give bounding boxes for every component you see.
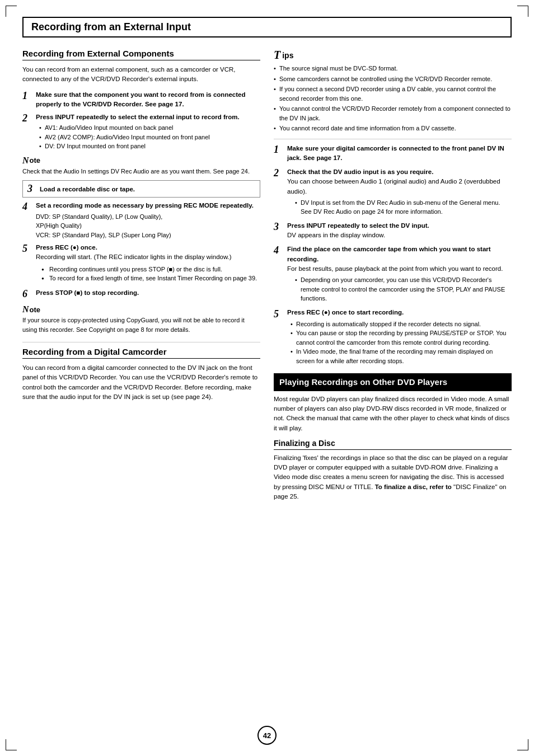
step5-text: Recording will start. (The REC indicator… (36, 253, 232, 260)
note1-box: N ote Check that the Audio In settings D… (22, 156, 260, 176)
step2-sub3: DV: DV Input mounted on front panel (39, 142, 260, 151)
step4-content: Set a recording mode as necessary by pre… (36, 201, 260, 240)
page-number: 42 (257, 726, 277, 745)
finalizing-text2-bold: To finalize a disc, refer to (375, 483, 452, 490)
divider (22, 342, 260, 342)
step5-num: 5 (22, 243, 34, 255)
r-step3-text: DV appears in the display window. (287, 232, 385, 238)
r-step4-sub: Depending on your camcorder, you can use… (287, 275, 512, 303)
step4: 4 Set a recording mode as necessary by p… (22, 201, 260, 240)
section2-title: Recording from a Digital Camcorder (22, 347, 260, 359)
r-step4-bold: Find the place on the camcorder tape fro… (287, 246, 491, 262)
step1: 1 Make sure that the component you want … (22, 90, 260, 110)
r-step3-content: Press INPUT repeatedly to select the DV … (287, 221, 429, 241)
step2-sub2: AV2 (AV2 COMP): Audio/Video Input mounte… (39, 133, 260, 142)
note1-title-text: ote (30, 156, 41, 165)
r-step2-sub: DV Input is set from the DV Rec Audio in… (287, 198, 512, 217)
r-step3-num: 3 (274, 221, 285, 233)
r-step2-num: 2 (274, 167, 285, 180)
r-step5: 5 Press REC (●) once to start recording.… (274, 308, 512, 366)
finalizing-title: Finalizing a Disc (274, 439, 512, 450)
r-step4-content: Find the place on the camcorder tape fro… (287, 245, 512, 303)
r-step1-content: Make sure your digital camcorder is conn… (287, 144, 512, 163)
tips-box: T ips The source signal must be DVC-SD f… (274, 49, 512, 133)
page-num-text: 42 (263, 731, 271, 740)
step4-line2: XP(High Quality) (36, 221, 260, 231)
step5-bullet1: Recording continues until you press STOP… (41, 265, 260, 274)
r-step4: 4 Find the place on the camcorder tape f… (274, 245, 512, 303)
step2-bold: Press INPUT repeatedly to select the ext… (36, 114, 240, 120)
corner-mark-bl (6, 739, 17, 750)
note2-title: N ote (22, 304, 260, 314)
step4-line3: VCR: SP (Standard Play), SLP (Super Long… (36, 231, 260, 240)
step2-sub1: AV1: Audio/Video Input mounted on back p… (39, 123, 260, 133)
main-title-box: Recording from an External Input (22, 17, 512, 37)
step6-bold: Press STOP (■) to stop recording. (36, 289, 139, 296)
r-step4-num: 4 (274, 245, 285, 257)
step4-line1: DVD: SP (Standard Quality), LP (Low Qual… (36, 212, 260, 222)
note1-title: N ote (22, 156, 260, 166)
step1-num: 1 (22, 90, 34, 102)
r-step1-num: 1 (274, 144, 285, 156)
dvd-section-title: Playing Recordings on Other DVD Players (274, 373, 512, 391)
tips-t-icon: T (274, 49, 280, 62)
step5-content: Press REC (●) once. Recording will start… (36, 243, 260, 285)
tips-title: T ips (274, 49, 512, 62)
step5-bold: Press REC (●) once. (36, 244, 97, 251)
r-step2: 2 Check that the DV audio input is as yo… (274, 167, 512, 217)
step6-content: Press STOP (■) to stop recording. (36, 288, 260, 298)
r-step2-sub1: DV Input is set from the DV Rec Audio in… (295, 198, 512, 217)
right-divider (274, 139, 512, 139)
r-step3: 3 Press INPUT repeatedly to select the D… (274, 221, 512, 241)
step5-bullet2: To record for a fixed length of time, se… (41, 274, 260, 283)
r-step2-content: Check that the DV audio input is as you … (287, 167, 512, 217)
section1-title: Recording from External Components (22, 49, 260, 60)
note2-text: If your source is copy-protected using C… (22, 316, 260, 334)
step5: 5 Press REC (●) once. Recording will sta… (22, 243, 260, 285)
corner-mark-tr (517, 6, 528, 17)
tips-list: The source signal must be DVC-SD format.… (274, 64, 512, 133)
r-step3-bold: Press INPUT repeatedly to select the DV … (287, 222, 429, 229)
tip1: The source signal must be DVC-SD format. (274, 64, 512, 73)
step5-bullets: Recording continues until you press STOP… (36, 265, 260, 283)
step3-load: 3 Load a recordable disc or tape. (22, 180, 260, 198)
step6: 6 Press STOP (■) to stop recording. (22, 288, 260, 300)
note1-n-icon: N (22, 156, 29, 166)
dvd-section-text: Most regular DVD players can play finali… (274, 395, 512, 433)
corner-mark-tl (6, 6, 17, 17)
r-step2-bold: Check that the DV audio input is as you … (287, 168, 433, 175)
r-step4-text: For best results, pause playback at the … (287, 265, 503, 272)
step3-text: Load a recordable disc or tape. (40, 186, 135, 192)
section2-intro: You can record from a digital camcorder … (22, 363, 260, 402)
step2: 2 Press INPUT repeatedly to select the e… (22, 112, 260, 151)
r-step5-num: 5 (274, 308, 285, 321)
r-step5-b1: Recording is automatically stopped if th… (291, 320, 512, 329)
note1-text: Check that the Audio In settings DV Rec … (22, 167, 260, 176)
step4-num: 4 (22, 201, 34, 213)
r-step2-text: You can choose between Audio 1 (original… (287, 178, 500, 194)
section1-intro: You can record from an external componen… (22, 65, 260, 84)
tip5: You cannot record date and time informat… (274, 124, 512, 133)
note2-title-text: ote (30, 306, 41, 314)
tip4: You cannot control the VCR/DVD Recorder … (274, 104, 512, 123)
r-step5-b3: In Video mode, the final frame of the re… (291, 347, 512, 365)
tips-title-text: ips (282, 51, 293, 60)
step6-num: 6 (22, 288, 34, 300)
right-column: T ips The source signal must be DVC-SD f… (274, 49, 512, 501)
step4-bold: Set a recording mode as necessary by pre… (36, 202, 254, 209)
step1-bold: Make sure that the component you want to… (36, 91, 245, 107)
r-step5-bullets: Recording is automatically stopped if th… (287, 320, 512, 366)
finalizing-text1: Finalizing 'fixes' the recordings in pla… (274, 453, 512, 501)
r-step5-b2: You can pause or stop the recording by p… (291, 328, 512, 347)
left-column: Recording from External Components You c… (22, 49, 260, 501)
r-step1-bold: Make sure your digital camcorder is conn… (287, 145, 504, 161)
r-step4-sub1: Depending on your camcorder, you can use… (295, 275, 512, 303)
step1-content: Make sure that the component you want to… (36, 90, 260, 110)
page: Recording from an External Input Recordi… (0, 0, 534, 756)
r-step5-bold: Press REC (●) once to start recording. (287, 309, 404, 316)
r-step1: 1 Make sure your digital camcorder is co… (274, 144, 512, 163)
step2-content: Press INPUT repeatedly to select the ext… (36, 112, 260, 151)
step2-num: 2 (22, 112, 34, 125)
corner-mark-br (517, 739, 528, 750)
r-step5-content: Press REC (●) once to start recording. R… (287, 308, 512, 366)
